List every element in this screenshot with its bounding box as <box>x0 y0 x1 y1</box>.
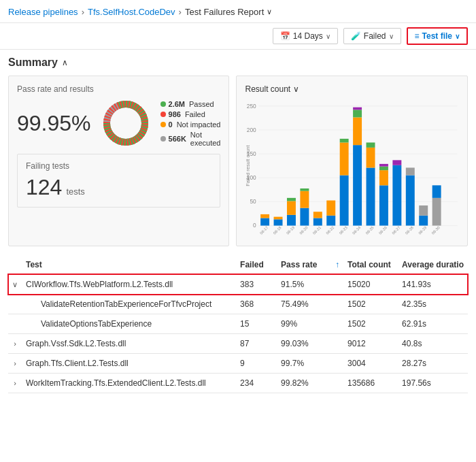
passed-value: 2.6M <box>169 100 185 108</box>
table-row: › Graph.Vssf.Sdk.L2.Tests.dll 87 99.03% … <box>8 334 468 354</box>
row-failed: 9 <box>236 354 277 374</box>
pass-rate-card: Pass rate and results 99.95% <box>8 76 229 246</box>
svg-text:08-24: 08-24 <box>352 225 362 235</box>
svg-text:200: 200 <box>247 127 256 133</box>
svg-rect-60 <box>420 216 428 226</box>
svg-rect-16 <box>261 218 270 225</box>
row-total: 9012 <box>343 334 398 354</box>
col-test: Test <box>22 254 236 274</box>
col-total: Total count <box>343 254 398 274</box>
row-passrate: 99.7% <box>277 354 331 374</box>
svg-rect-19 <box>274 219 283 225</box>
svg-rect-36 <box>340 176 349 226</box>
groupby-filter-button[interactable]: ≡ Test file ∨ <box>407 27 468 45</box>
svg-rect-34 <box>327 201 336 216</box>
failed-value: 986 <box>169 110 181 118</box>
legend-failed: 986 Failed <box>160 110 221 118</box>
row-test-name: CIWorkflow.Tfs.WebPlatform.L2.Tests.dll <box>22 274 236 295</box>
row-total: 135686 <box>343 374 398 393</box>
result-count-chevron: ∨ <box>293 84 299 94</box>
row-passrate: 99.82% <box>277 374 331 393</box>
svg-rect-17 <box>261 214 270 218</box>
svg-rect-38 <box>340 139 349 143</box>
passed-dot <box>160 101 166 107</box>
svg-text:50: 50 <box>250 198 257 205</box>
svg-rect-20 <box>274 217 283 220</box>
not-executed-value: 566K <box>169 135 186 143</box>
summary-section: Summary ∧ Pass rate and results 99.95% <box>0 50 476 246</box>
breadcrumb-dropdown-icon[interactable]: ∨ <box>267 7 272 16</box>
failing-label: tests <box>66 186 84 197</box>
row-expand-btn[interactable]: › <box>8 374 22 393</box>
row-expand-btn[interactable]: › <box>8 354 22 374</box>
row-empty <box>331 295 343 314</box>
svg-rect-46 <box>367 148 375 168</box>
col-failed: Failed <box>236 254 277 274</box>
table-section: Test Failed Pass rate ↑ Total count Aver… <box>0 254 476 393</box>
donut-chart <box>102 99 150 147</box>
svg-rect-45 <box>367 167 375 225</box>
days-filter-button[interactable]: 📅 14 Days ∨ <box>273 28 338 44</box>
svg-rect-47 <box>367 142 375 147</box>
failing-tests-card: Failing tests 124 tests <box>17 154 220 208</box>
svg-rect-22 <box>287 215 296 226</box>
not-executed-dot <box>160 136 166 142</box>
row-expand-btn[interactable]: ∨ <box>8 274 22 295</box>
row-duration: 62.91s <box>398 314 468 334</box>
table-row-child: ValidateRetentionTabExperienceForTfvcPro… <box>8 295 468 314</box>
breadcrumb-item-3: Test Failures Report <box>185 7 264 17</box>
not-impacted-value: 0 <box>169 120 173 129</box>
row-empty <box>331 334 343 354</box>
legend-passed: 2.6M Passed <box>160 100 221 108</box>
breadcrumb-item-1[interactable]: Release pipelines <box>8 7 78 17</box>
row-total: 1502 <box>343 314 398 334</box>
pass-rate-title: Pass rate and results <box>17 84 220 94</box>
status-filter-label: Failed <box>364 31 386 41</box>
not-impacted-label: Not impacted <box>177 120 221 129</box>
row-failed: 234 <box>236 374 277 393</box>
row-duration: 141.93s <box>398 274 468 295</box>
calendar-icon: 📅 <box>280 31 290 41</box>
svg-text:08-18: 08-18 <box>273 225 282 235</box>
breadcrumb-sep-2: › <box>179 7 182 17</box>
failed-label: Failed <box>185 110 205 118</box>
row-duration: 28.27s <box>398 354 468 374</box>
row-expand-btn[interactable]: › <box>8 334 22 354</box>
svg-text:0: 0 <box>254 222 257 229</box>
svg-rect-37 <box>340 142 349 175</box>
svg-rect-27 <box>301 191 309 208</box>
svg-text:08-21: 08-21 <box>312 225 322 235</box>
passed-label: Passed <box>189 100 214 108</box>
svg-text:250: 250 <box>247 103 256 110</box>
svg-rect-49 <box>379 185 388 225</box>
not-executed-label: Not executed <box>190 131 221 147</box>
table-body: ∨ CIWorkflow.Tfs.WebPlatform.L2.Tests.dl… <box>8 274 468 393</box>
breadcrumb-item-2[interactable]: Tfs.SelfHost.CodeDev <box>88 7 175 17</box>
pass-rate-number: 99.95% <box>17 111 91 136</box>
summary-title: Summary <box>8 56 58 69</box>
bar-chart-svg: 250 200 150 100 50 0 08-17 <box>245 99 459 235</box>
row-duration: 42.35s <box>398 295 468 314</box>
col-passrate: Pass rate <box>277 254 331 274</box>
results-table: Test Failed Pass rate ↑ Total count Aver… <box>8 254 468 393</box>
legend-not-impacted: 0 Not impacted <box>160 120 221 129</box>
svg-rect-58 <box>406 167 415 175</box>
svg-rect-55 <box>393 160 402 165</box>
svg-rect-51 <box>379 167 388 171</box>
svg-text:08-17: 08-17 <box>260 225 269 235</box>
summary-collapse-icon[interactable]: ∧ <box>62 58 68 67</box>
svg-rect-43 <box>354 108 362 110</box>
svg-rect-57 <box>406 176 415 226</box>
svg-rect-30 <box>313 218 322 225</box>
row-total: 15020 <box>343 274 398 295</box>
result-count-title[interactable]: Result count ∨ <box>245 84 459 94</box>
row-test-name: ValidateOptionsTabExperience <box>22 314 236 334</box>
svg-rect-42 <box>354 110 362 117</box>
result-count-card: Result count ∨ 250 200 150 100 50 0 <box>236 76 468 246</box>
cards-row: Pass rate and results 99.95% <box>8 76 468 246</box>
col-duration: Average duratio <box>398 254 468 274</box>
svg-text:08-29: 08-29 <box>418 225 428 235</box>
svg-rect-50 <box>379 170 388 185</box>
breadcrumb: Release pipelines › Tfs.SelfHost.CodeDev… <box>0 0 476 23</box>
status-filter-button[interactable]: 🧪 Failed ∨ <box>343 28 401 44</box>
